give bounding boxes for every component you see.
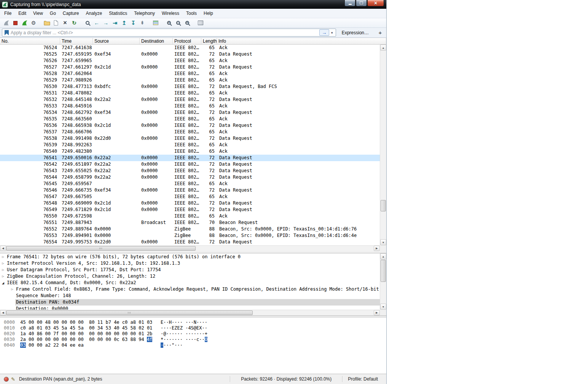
packet-row-76552[interactable]: 765527249.8897640x0000ZigBee88Beacon, Sr… [0, 226, 380, 232]
scroll-up-button[interactable]: ▲ [380, 253, 386, 259]
packet-row-76532[interactable]: 765327248.6451480x22a20x0000IEEE 802…72D… [0, 96, 380, 103]
minimize-button[interactable] [344, 0, 355, 6]
save-file-button[interactable] [51, 19, 61, 27]
packet-row-76534[interactable]: 765347248.6627920xef340x0000IEEE 802…72D… [0, 109, 380, 116]
packet-list-hscrollbar[interactable]: ◀ ▶ [0, 245, 380, 251]
packet-row-76538[interactable]: 765387248.9914980x22d00x0000IEEE 802…72D… [0, 135, 380, 142]
maximize-button[interactable] [356, 0, 367, 6]
detail-row[interactable]: ▷User Datagram Protocol, Src Port: 17754… [0, 267, 380, 273]
packet-row-76539[interactable]: 765397248.992263IEEE 802…65Ack [0, 142, 380, 148]
find-packet-button[interactable] [83, 19, 92, 27]
menu-file[interactable]: File [1, 10, 15, 17]
collapsed-expander-icon[interactable]: ▷ [0, 254, 6, 260]
scroll-right-button[interactable]: ▶ [374, 310, 380, 315]
menu-go[interactable]: Go [46, 10, 59, 17]
hex-row-0030[interactable]: 0030 2a 00 00 00 00 00 00 00 00 00 00 0c… [4, 337, 386, 342]
packet-row-76551[interactable]: 765517249.887943BroadcastIEEE 802…70Beac… [0, 219, 380, 226]
packet-row-76529[interactable]: 765297247.988926IEEE 802…65Ack [0, 77, 380, 83]
filter-bookmark-icon[interactable] [5, 30, 9, 35]
details-scroll-thumb[interactable] [381, 260, 386, 282]
expanded-expander-icon[interactable]: ◢ [0, 280, 6, 286]
packet-row-76553[interactable]: 765537249.8949010x0000ZigBee88Beacon, Sr… [0, 232, 380, 239]
packet-row-76541[interactable]: 765417249.6500160x22a20x0000IEEE 802…72D… [0, 155, 380, 161]
colorize-button[interactable] [151, 19, 160, 27]
menu-edit[interactable]: Edit [15, 10, 30, 17]
column-header-time[interactable]: Time [60, 38, 93, 44]
start-capture-button[interactable] [2, 19, 11, 27]
packet-row-76544[interactable]: 765447249.6587990x22a20x0000IEEE 802…72D… [0, 174, 380, 181]
menu-tools[interactable]: Tools [183, 10, 200, 17]
packet-row-76527[interactable]: 765277247.6612970x2c1d0x0000IEEE 802…72D… [0, 64, 380, 70]
column-header-protocol[interactable]: Protocol [173, 38, 201, 44]
packet-row-76525[interactable]: 765257247.6591950xef340x0000IEEE 802…72D… [0, 51, 380, 58]
packet-row-76531[interactable]: 765317248.478082IEEE 802…65Ack [0, 90, 380, 96]
go-forward-button[interactable]: → [101, 19, 110, 27]
packet-row-76546[interactable]: 765467249.6667350xef340x0000IEEE 802…72D… [0, 187, 380, 194]
capture-options-button[interactable]: ⚙ [29, 19, 38, 27]
detail-row[interactable]: ◢IEEE 802.15.4 Command, Dst: 0x0000, Src… [0, 280, 380, 286]
scroll-left-button[interactable]: ◀ [0, 310, 6, 315]
packet-row-76545[interactable]: 765457249.659567IEEE 802…65Ack [0, 181, 380, 187]
packet-row-76524[interactable]: 765247247.641638IEEE 802…65Ack [0, 45, 380, 51]
expert-info-icon[interactable] [4, 377, 9, 382]
restart-capture-button[interactable] [20, 19, 29, 27]
menu-help[interactable]: Help [200, 10, 217, 17]
go-back-button[interactable]: ← [92, 19, 101, 27]
hex-row-0000[interactable]: 0000 45 00 00 48 00 00 00 00 80 11 b7 4e… [4, 320, 386, 325]
hex-row-0020[interactable]: 0020 1a 40 86 00 7f 00 00 00 00 00 00 00… [4, 331, 386, 337]
packet-row-76530[interactable]: 765307248.4773130xbdfc0x0000IEEE 802…72D… [0, 83, 380, 90]
packet-list-scroll-thumb[interactable] [381, 200, 386, 211]
menu-wireless[interactable]: Wireless [158, 10, 183, 17]
open-file-button[interactable] [42, 19, 51, 27]
collapsed-expander-icon[interactable]: ▷ [9, 286, 15, 293]
packet-row-76542[interactable]: 765427249.6518970x22a20x0000IEEE 802…72D… [0, 161, 380, 168]
packet-row-76533[interactable]: 765337248.645916IEEE 802…65Ack [0, 103, 380, 109]
menu-telephony[interactable]: Telephony [131, 10, 158, 17]
detail-row[interactable]: ▷ZigBee Encapsulation Protocol, Channel:… [0, 273, 380, 280]
stop-capture-button[interactable] [11, 19, 20, 27]
packet-row-76543[interactable]: 765437249.6550250x22a20x0000IEEE 802…72D… [0, 168, 380, 174]
detail-row[interactable]: ▷Frame Control Field: 0x8863, Frame Type… [0, 286, 380, 293]
column-header-no[interactable]: No. [0, 38, 60, 44]
reload-file-button[interactable]: ↻ [70, 19, 79, 27]
collapsed-expander-icon[interactable]: ▷ [0, 267, 6, 273]
packet-row-76535[interactable]: 765357248.663560IEEE 802…65Ack [0, 116, 380, 122]
zoom-normal-button[interactable]: = [183, 19, 192, 27]
resize-columns-button[interactable] [196, 19, 205, 27]
detail-row[interactable]: ▷Frame 76541: 72 bytes on wire (576 bits… [0, 254, 380, 260]
hex-row-0010[interactable]: 0010 c0 a8 01 03 45 5a 45 5a 00 34 53 40… [4, 325, 386, 331]
packet-row-76554[interactable]: 765547249.9957530x22d00x0000IEEE 802…72D… [0, 239, 380, 245]
packet-row-76528[interactable]: 765287247.662064IEEE 802…65Ack [0, 70, 380, 77]
scroll-left-button[interactable]: ◀ [0, 246, 6, 251]
add-filter-button[interactable]: + [376, 29, 384, 36]
scroll-right-button[interactable]: ▶ [374, 246, 380, 251]
collapsed-expander-icon[interactable]: ▷ [0, 260, 6, 267]
collapsed-expander-icon[interactable]: ▷ [0, 273, 6, 280]
column-header-info[interactable]: Info [217, 38, 386, 44]
go-to-packet-button[interactable]: ⇥ [110, 19, 120, 27]
go-first-button[interactable]: ↥ [120, 19, 129, 27]
close-file-button[interactable]: × [61, 19, 70, 27]
column-header-length[interactable]: Length [201, 38, 217, 44]
display-filter-input[interactable] [11, 29, 319, 36]
packet-row-76550[interactable]: 765507249.672598IEEE 802…65Ack [0, 213, 380, 219]
packet-row-76549[interactable]: 765497249.6718290x2c1d0x0000IEEE 802…72D… [0, 206, 380, 213]
column-header-source[interactable]: Source [93, 38, 140, 44]
expression-button[interactable]: Expression… [338, 29, 373, 37]
menu-analyze[interactable]: Analyze [83, 10, 106, 17]
packet-list-vscrollbar[interactable]: ▲ ▼ [380, 45, 386, 245]
scroll-down-button[interactable]: ▼ [380, 304, 386, 310]
details-hscrollbar[interactable]: ◀ ▶ [0, 310, 380, 315]
profile-selector[interactable]: Profile: Default [343, 376, 384, 382]
packet-row-76547[interactable]: 765477249.667505IEEE 802…65Ack [0, 194, 380, 200]
detail-row[interactable]: Destination PAN: 0x034f [0, 299, 380, 306]
packet-row-76548[interactable]: 765487249.6690090x2c1d0x0000IEEE 802…72D… [0, 200, 380, 206]
filter-dropdown-caret-icon[interactable]: ▾ [329, 31, 335, 35]
packet-list-hscroll-thumb[interactable] [6, 246, 196, 251]
scroll-up-button[interactable]: ▲ [380, 45, 386, 51]
menu-view[interactable]: View [30, 10, 46, 17]
details-hscroll-thumb[interactable] [6, 310, 253, 315]
apply-filter-arrow-icon[interactable]: → [319, 29, 329, 36]
packet-row-76540[interactable]: 765407249.482380IEEE 802…65Ack [0, 148, 380, 155]
detail-row[interactable]: ▷Internet Protocol Version 4, Src: 192.1… [0, 260, 380, 267]
